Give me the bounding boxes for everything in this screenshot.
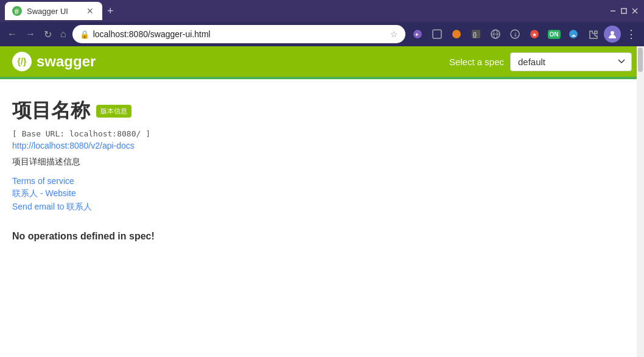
svg-point-21 [611,31,614,35]
forward-button[interactable]: → [23,26,38,42]
swagger-logo: {/} swagger [12,52,96,71]
svg-text:⇓: ⇓ [513,32,518,38]
home-button[interactable]: ⌂ [58,26,69,42]
scrollbar-track[interactable] [637,46,644,357]
ext-puzzle2-icon[interactable] [584,26,601,43]
bookmark-star-icon[interactable]: ☆ [390,29,398,39]
tab-title: Swagger UI [27,7,68,16]
ext-arrow-icon[interactable]: ⇓ [506,26,523,43]
title-bar: {} Swagger UI ✕ + [0,0,644,22]
new-tab-button[interactable]: + [102,2,119,20]
no-operations-message: No operations defined in spec! [12,231,632,242]
svg-text:{}: {} [473,32,477,38]
base-url: [ Base URL: localhost:8080/ ] [12,129,632,138]
swagger-icon-label: {/} [18,57,27,66]
main-content: 项目名称 版本信息 [ Base URL: localhost:8080/ ] … [0,79,644,357]
address-bar: ← → ↻ ⌂ 🔒 ☆ ✦ [0,22,644,46]
maximize-button[interactable] [620,7,628,15]
version-badge: 版本信息 [96,105,131,118]
ext-puzzle-icon[interactable]: ✦ [409,26,426,43]
ext-fire-icon[interactable]: ★ [526,26,543,43]
send-email-link[interactable]: Send email to 联系人 [12,202,632,213]
back-button[interactable]: ← [5,26,19,42]
swagger-icon: {/} [12,52,32,71]
project-title: 项目名称 [12,97,90,124]
ext-globe-icon[interactable] [487,26,504,43]
minimize-button[interactable] [609,7,617,15]
scrollbar-thumb[interactable] [638,48,643,72]
spec-select-dropdown[interactable]: default [510,52,632,71]
security-lock-icon: 🔒 [80,30,89,39]
address-input-wrap: 🔒 ☆ [72,25,405,43]
ext-bracket-icon[interactable]: {} [467,26,485,43]
swagger-brand: swagger [37,53,96,70]
project-description: 项目详细描述信息 [12,157,632,168]
svg-point-9 [452,30,461,38]
svg-rect-8 [433,30,441,38]
spec-selector: Select a spec default [449,52,632,71]
svg-rect-3 [621,9,626,13]
tab-close-button[interactable]: ✕ [85,5,95,17]
profile-icon[interactable] [604,26,621,43]
swagger-header: {/} swagger Select a spec default [0,46,644,77]
tab-favicon: {} [12,6,22,16]
browser-menu-button[interactable]: ⋮ [623,25,639,43]
tab-strip: {} Swagger UI ✕ + [5,2,609,20]
terms-of-service-link[interactable]: Terms of service [12,176,632,186]
active-tab[interactable]: {} Swagger UI ✕ [5,2,102,20]
contact-website-link[interactable]: 联系人 - Website [12,188,632,199]
svg-text:★: ★ [532,32,537,38]
project-title-row: 项目名称 版本信息 [12,97,632,124]
close-button[interactable] [631,7,639,15]
spec-select-label: Select a spec [449,57,504,67]
address-input[interactable] [93,29,387,39]
ext-cloud-icon[interactable]: ☁ [565,26,582,43]
ext-color-icon[interactable] [448,26,465,43]
svg-text:☁: ☁ [571,32,576,38]
toolbar-icons: ✦ {} [409,25,639,43]
svg-text:{}: {} [15,9,18,14]
ext-square-icon[interactable] [429,26,446,43]
window-controls [609,7,639,15]
browser-chrome: {} Swagger UI ✕ + ← → ↻ ⌂ 🔒 [0,0,644,46]
reload-button[interactable]: ↻ [41,26,54,43]
svg-text:✦: ✦ [415,32,419,38]
api-docs-link[interactable]: http://localhost:8080/v2/api-docs [12,141,632,150]
ext-on-badge[interactable]: ON [545,26,562,43]
